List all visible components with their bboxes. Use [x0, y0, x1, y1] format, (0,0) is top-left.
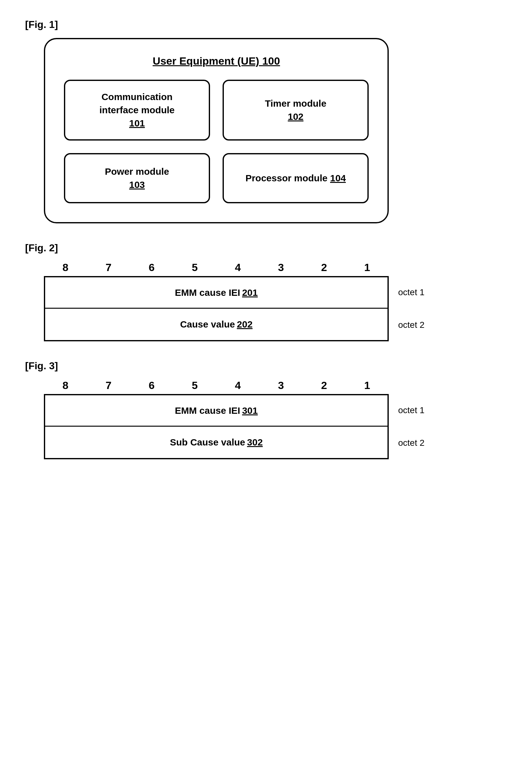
fig3-subcause-number: 302 — [247, 437, 263, 448]
fig2-cause-number: 202 — [237, 319, 253, 330]
ue-title: User Equipment (UE) 100 — [64, 55, 369, 67]
ue-number: 100 — [262, 55, 280, 67]
timer-module-box: Timer module102 — [223, 80, 369, 140]
timer-module-number: 102 — [288, 112, 303, 122]
bit-1: 1 — [346, 261, 389, 276]
fig3-table: EMM cause IEI 301 Sub Cause value 302 — [44, 394, 389, 459]
fig2-label: [Fig. 2] — [25, 242, 507, 254]
fig3-bit-6: 6 — [130, 379, 173, 394]
bit-2: 2 — [302, 261, 346, 276]
ue-title-text: User Equipment (UE) 100 — [153, 55, 280, 67]
bit-5: 5 — [173, 261, 217, 276]
fig3-octet-labels: octet 1 octet 2 — [395, 394, 428, 459]
power-module-label: Power module103 — [105, 165, 169, 191]
fig3-bit-7: 7 — [87, 379, 130, 394]
figure-3: [Fig. 3] 8 7 6 5 4 3 2 1 EMM cause IEI 3… — [25, 360, 507, 459]
fig2-row-1: EMM cause IEI 201 — [45, 277, 387, 309]
fig2-table: EMM cause IEI 201 Cause value 202 — [44, 276, 389, 341]
bit-4: 4 — [216, 261, 260, 276]
processor-module-number: 104 — [330, 173, 346, 183]
fig3-table-wrapper: EMM cause IEI 301 Sub Cause value 302 oc… — [44, 394, 507, 459]
fig3-row-1: EMM cause IEI 301 — [45, 395, 387, 427]
fig3-bit-4: 4 — [216, 379, 260, 394]
fig2-iei-number: 201 — [242, 287, 258, 298]
fig3-iei-number: 301 — [242, 405, 258, 416]
power-module-box: Power module103 — [64, 153, 210, 203]
fig3-bit-5: 5 — [173, 379, 217, 394]
bit-3: 3 — [260, 261, 303, 276]
bit-7: 7 — [87, 261, 130, 276]
figure-1: [Fig. 1] User Equipment (UE) 100 Communi… — [25, 19, 507, 223]
figure-2: [Fig. 2] 8 7 6 5 4 3 2 1 EMM cause IEI 2… — [25, 242, 507, 341]
fig2-table-wrapper: EMM cause IEI 201 Cause value 202 octet … — [44, 276, 507, 341]
fig3-bit-2: 2 — [302, 379, 346, 394]
fig3-bit-3: 3 — [260, 379, 303, 394]
fig3-octet-1: octet 1 — [395, 394, 428, 427]
comm-module-label: Communicationinterface module101 — [100, 90, 174, 130]
fig3-bit-headers: 8 7 6 5 4 3 2 1 — [44, 379, 389, 394]
bit-6: 6 — [130, 261, 173, 276]
communication-interface-module-box: Communicationinterface module101 — [64, 80, 210, 140]
fig3-bit-8: 8 — [44, 379, 87, 394]
bit-8: 8 — [44, 261, 87, 276]
fig2-bit-headers: 8 7 6 5 4 3 2 1 — [44, 261, 389, 276]
processor-module-box: Processor module 104 — [223, 153, 369, 203]
fig1-label: [Fig. 1] — [25, 19, 507, 31]
fig2-octet-labels: octet 1 octet 2 — [395, 276, 428, 341]
modules-grid: Communicationinterface module101 Timer m… — [64, 80, 369, 203]
fig2-octet-2: octet 2 — [395, 309, 428, 341]
timer-module-label: Timer module102 — [265, 97, 326, 123]
ue-box: User Equipment (UE) 100 Communicationint… — [44, 38, 389, 223]
comm-module-number: 101 — [129, 118, 145, 128]
fig3-octet-2: octet 2 — [395, 427, 428, 459]
fig3-label: [Fig. 3] — [25, 360, 507, 372]
fig3-row-2: Sub Cause value 302 — [45, 427, 387, 458]
fig3-bit-1: 1 — [346, 379, 389, 394]
processor-module-label: Processor module 104 — [245, 172, 346, 185]
fig2-row-2: Cause value 202 — [45, 309, 387, 340]
power-module-number: 103 — [129, 180, 145, 190]
fig2-octet-1: octet 1 — [395, 276, 428, 309]
